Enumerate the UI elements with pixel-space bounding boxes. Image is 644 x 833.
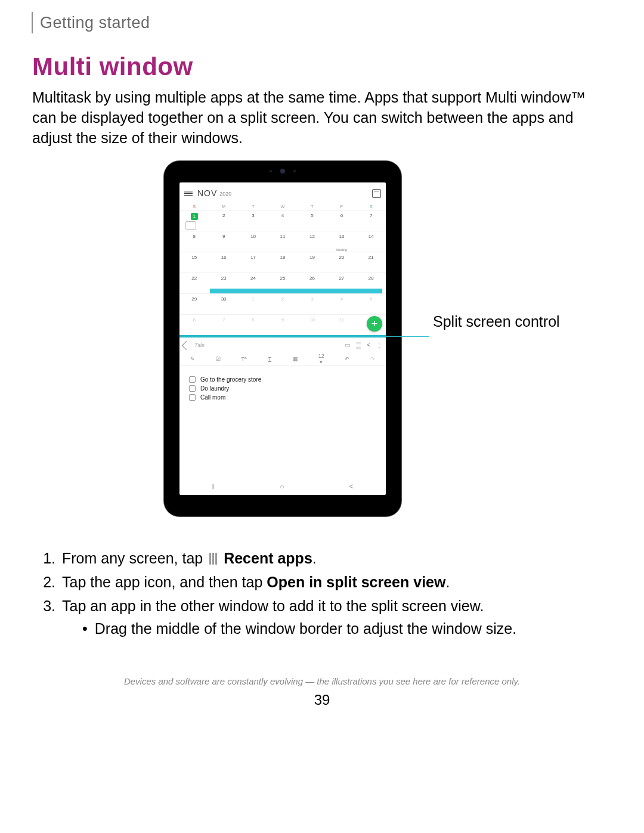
calendar-grid: S M T W T F S 1 2 3 4 5 6 7 xyxy=(179,202,386,336)
step-1: From any screen, tap Recent apps. xyxy=(60,547,612,569)
steps: From any screen, tap Recent apps. Tap th… xyxy=(42,547,612,642)
calendar-day[interactable]: 4 xyxy=(327,294,356,315)
calendar-day[interactable]: 2 xyxy=(268,294,297,315)
notes-header: Title ▭ 𝄛 < ⋮ xyxy=(179,337,386,353)
calendar-day[interactable]: 9 xyxy=(209,231,238,252)
calendar-day[interactable]: 12 xyxy=(298,231,327,252)
calendar-day[interactable]: 1 xyxy=(239,294,268,315)
event-bar xyxy=(268,289,297,293)
attach-icon[interactable]: 𝄛 xyxy=(356,342,361,349)
more-icon[interactable]: ⋮ xyxy=(376,342,382,349)
calendar-day[interactable]: 21 xyxy=(357,252,386,273)
calendar-day[interactable]: 6 xyxy=(179,315,209,336)
insert-icon[interactable]: ▦ xyxy=(291,356,301,362)
recents-nav-icon[interactable]: ⦀ xyxy=(212,482,215,491)
step-3: Tap an app in the other window to add it… xyxy=(60,595,612,639)
pen-icon[interactable]: ✎ xyxy=(188,356,197,362)
calendar-day[interactable]: 29 xyxy=(179,294,209,315)
checklist-item[interactable]: Call mom xyxy=(189,393,376,402)
calendar-day[interactable]: 7 xyxy=(357,210,386,231)
calendar-day[interactable]: 30 xyxy=(209,294,238,315)
figure: NOV 2020 S M T W T F S 1 xyxy=(0,161,644,531)
back-nav-icon[interactable]: < xyxy=(349,482,354,491)
tablet-frame: NOV 2020 S M T W T F S 1 xyxy=(164,161,401,516)
camera-icon xyxy=(280,169,285,174)
manual-page: Getting started Multi window Multitask b… xyxy=(0,0,644,833)
dow: W xyxy=(268,202,297,210)
calendar-day[interactable]: 2 xyxy=(209,210,238,231)
intro-paragraph: Multitask by using multiple apps at the … xyxy=(32,87,612,148)
event-note-icon xyxy=(185,221,196,230)
calendar-day[interactable]: 11 xyxy=(268,231,297,252)
menu-icon[interactable] xyxy=(184,191,193,196)
checklist: Go to the grocery store Do laundry Call … xyxy=(179,371,386,405)
checkbox-icon[interactable] xyxy=(189,394,196,401)
event-bar xyxy=(210,289,238,293)
calendar-day[interactable]: 5 xyxy=(298,210,327,231)
text-format-icon[interactable]: Tᴬ xyxy=(239,356,249,362)
redo-icon[interactable]: ↷ xyxy=(368,356,377,362)
calendar-day[interactable]: 5 xyxy=(357,294,386,315)
calendar-day[interactable]: 13Meeting xyxy=(327,231,356,252)
calendar-day[interactable]: 28 xyxy=(357,273,386,294)
calendar-day[interactable]: 4 xyxy=(268,210,297,231)
page-number: 39 xyxy=(0,692,644,708)
home-nav-icon[interactable]: ○ xyxy=(280,482,284,491)
calendar-day[interactable]: 14 xyxy=(357,231,386,252)
calendar-day[interactable]: 17 xyxy=(239,252,268,273)
tablet-screen: NOV 2020 S M T W T F S 1 xyxy=(179,182,386,495)
calendar-header: NOV 2020 xyxy=(179,182,386,202)
event-bar xyxy=(327,289,356,293)
calendar-day[interactable]: 3 xyxy=(298,294,327,315)
android-navbar: ⦀ ○ < xyxy=(179,478,386,495)
calendar-day[interactable]: 22 xyxy=(179,273,209,294)
event-label: Meeting xyxy=(327,248,356,252)
calendar-year: 2020 xyxy=(219,191,231,197)
calendar-day[interactable]: 9 xyxy=(268,315,297,336)
calendar-day[interactable]: 15 xyxy=(179,252,209,273)
page-heading: Multi window xyxy=(32,52,193,81)
breadcrumb: Getting started xyxy=(40,14,150,32)
share-icon[interactable]: < xyxy=(367,342,370,349)
calendar-day[interactable]: 10 xyxy=(298,315,327,336)
step-2: Tap the app icon, and then tap Open in s… xyxy=(60,571,612,593)
font-size-select[interactable]: 12 ▾ xyxy=(317,353,326,365)
callout-line xyxy=(280,336,429,337)
today-icon[interactable] xyxy=(372,189,381,198)
calendar-day[interactable]: 1 xyxy=(179,210,209,231)
text-style-icon[interactable]: T xyxy=(265,356,274,362)
add-event-button[interactable]: + xyxy=(367,316,382,332)
checkbox-icon[interactable] xyxy=(189,385,196,392)
calendar-day[interactable]: 6 xyxy=(327,210,356,231)
calendar-day[interactable]: 26 xyxy=(298,273,327,294)
calendar-day[interactable]: 11 xyxy=(327,315,356,336)
calendar-day[interactable]: 10 xyxy=(239,231,268,252)
calendar-day[interactable]: 7 xyxy=(209,315,238,336)
event-bar xyxy=(298,289,327,293)
checklist-item[interactable]: Go to the grocery store xyxy=(189,375,376,384)
callout-label: Split screen control xyxy=(433,312,560,330)
reader-icon[interactable]: ▭ xyxy=(345,342,350,349)
event-bar xyxy=(357,289,382,293)
checkbox-icon[interactable] xyxy=(189,376,196,383)
dow: F xyxy=(327,202,356,210)
calendar-day[interactable]: 19 xyxy=(298,252,327,273)
calendar-day[interactable]: 16 xyxy=(209,252,238,273)
calendar-day[interactable]: 27 xyxy=(327,273,356,294)
calendar-day[interactable]: 23 xyxy=(209,273,238,294)
calendar-day[interactable]: 25 xyxy=(268,273,297,294)
calendar-day[interactable]: 8 xyxy=(239,315,268,336)
dow: M xyxy=(209,202,238,210)
calendar-day[interactable]: 20 xyxy=(327,252,356,273)
notes-title-placeholder[interactable]: Title xyxy=(194,342,205,348)
calendar-day[interactable]: 3 xyxy=(239,210,268,231)
calendar-day[interactable]: 8 xyxy=(179,231,209,252)
checkbox-icon[interactable]: ☑ xyxy=(213,356,223,362)
calendar-day[interactable]: 24 xyxy=(239,273,268,294)
calendar-day[interactable]: 18 xyxy=(268,252,297,273)
dow: S xyxy=(357,202,386,210)
checklist-item[interactable]: Do laundry xyxy=(189,384,376,393)
back-icon[interactable] xyxy=(182,340,191,350)
dow: T xyxy=(239,202,268,210)
undo-icon[interactable]: ↶ xyxy=(342,356,352,362)
